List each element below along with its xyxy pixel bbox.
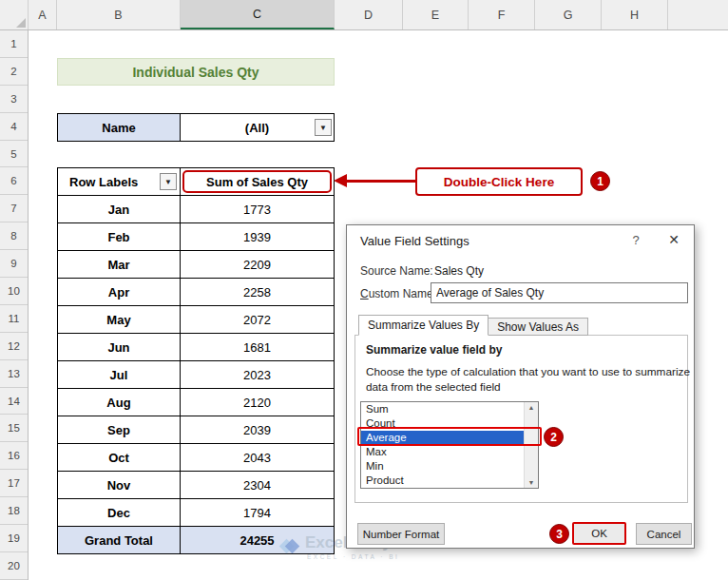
excel-window: A B C D E F G H 1 2 3 4 5 6 7 8 9 10 11 … <box>0 0 728 580</box>
month-cell[interactable]: Aug <box>58 389 181 416</box>
filter-dropdown-icon[interactable]: ▼ <box>315 119 332 136</box>
value-cell[interactable]: 2023 <box>181 361 335 389</box>
month-cell[interactable]: Jul <box>58 361 181 389</box>
watermark-tagline: EXCEL · DATA · BI <box>305 553 399 560</box>
column-header-d[interactable]: D <box>335 0 403 29</box>
row-header[interactable]: 6 <box>0 167 28 195</box>
value-cell[interactable]: 2120 <box>181 389 335 416</box>
list-item-sum[interactable]: Sum <box>361 402 524 416</box>
help-icon[interactable]: ? <box>627 233 644 250</box>
tab-summarize-values-by[interactable]: Summarize Values By <box>358 315 489 336</box>
source-name-value: Sales Qty <box>434 264 484 278</box>
month-cell[interactable]: Nov <box>58 472 181 499</box>
value-cell[interactable]: 2209 <box>181 251 335 279</box>
row-header[interactable]: 20 <box>0 552 28 580</box>
number-format-button[interactable]: Number Format <box>357 523 445 545</box>
custom-name-label: Custom Name: <box>360 287 436 300</box>
row-header[interactable]: 18 <box>0 497 28 525</box>
column-header-g[interactable]: G <box>535 0 602 29</box>
pivot-table: Row Labels ▼ Sum of Sales Qty Jan 1773 F… <box>57 167 335 554</box>
row-header[interactable]: 12 <box>0 333 28 360</box>
column-header-a[interactable]: A <box>29 0 57 29</box>
grand-total-label-cell[interactable]: Grand Total <box>58 527 181 554</box>
sum-of-sales-label: Sum of Sales Qty <box>206 175 308 189</box>
list-item-min[interactable]: Min <box>361 459 524 474</box>
row-header[interactable]: 4 <box>0 113 28 141</box>
row-header[interactable]: 8 <box>0 222 28 250</box>
value-cell[interactable]: 1681 <box>181 334 335 361</box>
dialog-title: Value Field Settings <box>360 234 469 248</box>
row-header[interactable]: 3 <box>0 86 28 113</box>
value-cell[interactable]: 2072 <box>181 306 335 334</box>
row-header[interactable]: 16 <box>0 442 28 470</box>
row-header[interactable]: 13 <box>0 360 28 388</box>
column-header-b[interactable]: B <box>57 0 181 29</box>
row-header[interactable]: 14 <box>0 388 28 416</box>
sheet-title-cell[interactable]: Individual Sales Qty <box>57 58 335 86</box>
column-header-c[interactable]: C <box>181 0 335 29</box>
row-header[interactable]: 15 <box>0 415 28 442</box>
month-cell[interactable]: May <box>58 306 181 334</box>
month-cell[interactable]: Jun <box>58 334 181 361</box>
month-cell[interactable]: Mar <box>58 251 181 279</box>
report-filter-row: Name (All) ▼ <box>57 113 335 142</box>
arrow-left-icon <box>334 174 347 187</box>
month-cell[interactable]: Jan <box>58 196 181 223</box>
list-item-product[interactable]: Product <box>361 474 524 488</box>
value-cell[interactable]: 1794 <box>181 499 335 527</box>
ok-button[interactable]: OK <box>572 522 626 545</box>
summarize-description: Choose the type of calculation that you … <box>366 364 690 395</box>
cancel-button[interactable]: Cancel <box>636 523 692 545</box>
value-field-settings-dialog: Value Field Settings ? ✕ Source Name: Sa… <box>346 224 695 549</box>
row-labels-filter-icon[interactable]: ▼ <box>160 173 177 190</box>
value-cell[interactable]: 2043 <box>181 444 335 472</box>
column-header-h[interactable]: H <box>602 0 668 29</box>
row-header[interactable]: 11 <box>0 305 28 333</box>
value-cell[interactable]: 2304 <box>181 472 335 499</box>
column-header-e[interactable]: E <box>403 0 469 29</box>
scroll-up-icon[interactable]: ▲ <box>528 404 535 411</box>
double-click-callout: Double-Click Here <box>415 167 583 196</box>
custom-name-input[interactable] <box>431 282 688 303</box>
scroll-down-icon[interactable]: ▼ <box>528 479 535 486</box>
calculation-type-listbox: Sum Count Average Max Min Product ▲ ▼ <box>360 401 539 489</box>
source-name-label: Source Name: <box>360 264 433 278</box>
list-item-count[interactable]: Count <box>361 416 524 431</box>
list-item-average[interactable]: Average <box>361 431 524 445</box>
row-labels-header-cell[interactable]: Row Labels ▼ <box>58 168 181 196</box>
sum-of-sales-header-cell[interactable]: Sum of Sales Qty <box>181 168 335 196</box>
value-cell[interactable]: 1939 <box>181 223 335 251</box>
row-header-bar: 1 2 3 4 5 6 7 8 9 10 11 12 13 14 15 16 1… <box>0 30 29 580</box>
row-header[interactable]: 7 <box>0 195 28 222</box>
close-icon[interactable]: ✕ <box>663 232 684 249</box>
grand-total-value-cell[interactable]: 24255 <box>181 527 335 554</box>
row-labels-label: Row Labels <box>69 175 138 189</box>
month-cell[interactable]: Feb <box>58 223 181 251</box>
row-header[interactable]: 5 <box>0 141 28 168</box>
value-cell[interactable]: 2039 <box>181 416 335 444</box>
list-item-max[interactable]: Max <box>361 445 524 459</box>
value-cell[interactable]: 1773 <box>181 196 335 223</box>
month-cell[interactable]: Oct <box>58 444 181 472</box>
row-header[interactable]: 9 <box>0 250 28 278</box>
row-header[interactable]: 10 <box>0 278 28 305</box>
column-header-filler <box>668 0 728 29</box>
filter-value-label: (All) <box>245 121 269 135</box>
month-cell[interactable]: Sep <box>58 416 181 444</box>
month-cell[interactable]: Apr <box>58 279 181 306</box>
row-header[interactable]: 2 <box>0 58 28 86</box>
tab-show-values-as[interactable]: Show Values As <box>489 318 588 336</box>
row-header[interactable]: 17 <box>0 470 28 497</box>
month-cell[interactable]: Dec <box>58 499 181 527</box>
value-cell[interactable]: 2258 <box>181 279 335 306</box>
row-header[interactable]: 1 <box>0 30 28 58</box>
listbox-scrollbar[interactable]: ▲ ▼ <box>524 402 538 488</box>
description-line-1: Choose the type of calculation that you … <box>366 365 690 378</box>
description-line-2: data from the selected field <box>366 380 501 394</box>
row-header[interactable]: 19 <box>0 525 28 552</box>
filter-name-cell[interactable]: Name <box>58 114 181 141</box>
select-all-corner[interactable] <box>0 0 29 29</box>
callout-arrow-line <box>346 180 415 183</box>
column-header-f[interactable]: F <box>469 0 535 29</box>
filter-value-cell[interactable]: (All) ▼ <box>181 114 334 141</box>
